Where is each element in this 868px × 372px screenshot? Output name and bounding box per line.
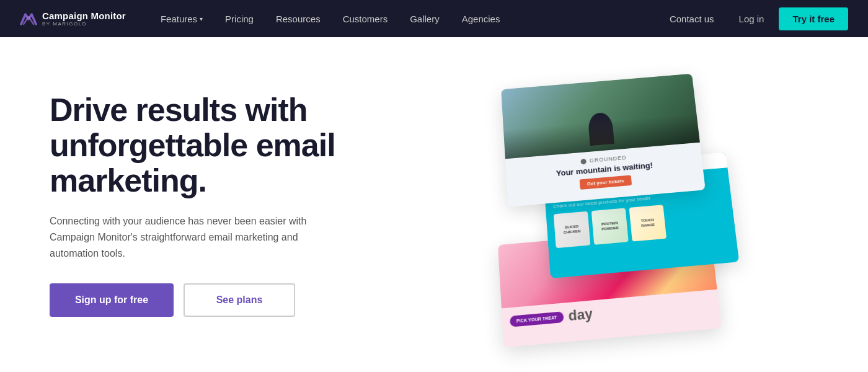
login-link[interactable]: Log in [729,9,774,29]
nav-right: Contact us Log in Try it free [660,7,848,30]
hero-section: Drive results with unforgettable email m… [0,37,868,372]
logo-sub: BY MARIGOLD [42,22,126,27]
hero-subtitle: Connecting with your audience has never … [50,213,335,261]
hero-content: Drive results with unforgettable email m… [50,92,397,317]
logo-name: Campaign Monitor [42,11,126,20]
product-item-1: SLICEDCHICKEN [554,211,591,249]
product-label-1: SLICEDCHICKEN [562,223,582,236]
signup-button[interactable]: Sign up for free [50,283,174,317]
card-top-cta[interactable]: Get your tickets [579,175,632,190]
product-label-3: TOUCHRANGE [639,217,656,229]
email-card-mountain: ⬤ GROUNDED Your mountain is waiting! Get… [501,74,706,207]
navigation: Campaign Monitor BY MARIGOLD Features ▾ … [0,0,868,37]
logo[interactable]: Campaign Monitor BY MARIGOLD [20,11,126,27]
hero-buttons: Sign up for free See plans [50,283,372,317]
see-plans-button[interactable]: See plans [184,283,295,317]
nav-customers[interactable]: Customers [333,9,398,29]
product-item-3: TOUCHRANGE [629,205,666,241]
nav-features[interactable]: Features ▾ [151,9,213,29]
mountain-figure [587,112,614,146]
nav-resources[interactable]: Resources [266,9,330,29]
nav-gallery[interactable]: Gallery [400,9,450,29]
hero-title: Drive results with unforgettable email m… [50,92,372,199]
hero-visual: ⬤ GROUNDED Your mountain is waiting! Get… [397,37,818,372]
try-free-button[interactable]: Try it free [779,7,848,30]
nav-links: Features ▾ Pricing Resources Customers G… [151,9,660,29]
nav-agencies[interactable]: Agencies [452,9,510,29]
product-label-2: PROTEINPOWDER [600,220,620,233]
card-bot-cta[interactable]: PICK YOUR TREAT [510,311,564,327]
logo-icon [20,12,37,25]
chevron-down-icon: ▾ [200,16,203,22]
day-text: day [568,306,593,325]
email-stack: ⬤ GROUNDED Your mountain is waiting! Get… [453,69,773,351]
product-item-2: PROTEINPOWDER [591,208,629,244]
nav-pricing[interactable]: Pricing [215,9,264,29]
contact-link[interactable]: Contact us [660,9,724,29]
